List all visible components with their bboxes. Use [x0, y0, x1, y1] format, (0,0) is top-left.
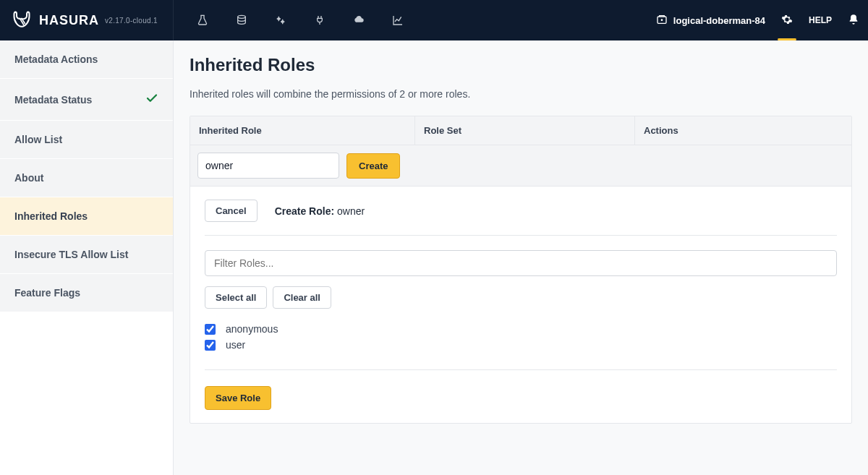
sidebar-item-label: Allow List: [14, 134, 62, 145]
flask-icon[interactable]: [195, 13, 210, 27]
sidebar-item-metadata-actions[interactable]: Metadata Actions: [0, 40, 173, 79]
sidebar-item-label: Feature Flags: [14, 287, 80, 299]
role-row: user: [205, 339, 837, 351]
select-all-button[interactable]: Select all: [205, 286, 267, 309]
sidebar-item-insecure-tls[interactable]: Insecure TLS Allow List: [0, 236, 173, 274]
save-role-button[interactable]: Save Role: [205, 386, 271, 410]
filter-roles-input[interactable]: [205, 250, 837, 276]
roles-table: Inherited Role Role Set Actions Create C…: [190, 116, 852, 424]
chart-icon[interactable]: [391, 13, 405, 27]
create-role-label: Create Role: owner: [275, 205, 365, 217]
save-row: Save Role: [205, 386, 837, 410]
sidebar-item-label: Metadata Status: [14, 94, 92, 106]
sidebar-item-about[interactable]: About: [0, 159, 173, 197]
column-actions: Actions: [634, 116, 851, 145]
column-role-set: Role Set: [414, 116, 634, 145]
create-role-prefix: Create Role:: [275, 205, 334, 217]
hasura-logo-icon: [12, 10, 32, 30]
panel-header: Cancel Create Role: owner: [205, 200, 837, 236]
role-checkbox-user[interactable]: [205, 340, 216, 351]
layout: Metadata Actions Metadata Status Allow L…: [0, 40, 868, 475]
version-label: v2.17.0-cloud.1: [105, 17, 158, 25]
cloud-icon[interactable]: [352, 13, 366, 27]
sidebar-item-label: Metadata Actions: [14, 54, 98, 65]
sidebar-item-inherited-roles[interactable]: Inherited Roles: [0, 197, 173, 236]
help-link[interactable]: HELP: [809, 15, 832, 25]
sidebar-item-metadata-status[interactable]: Metadata Status: [0, 79, 173, 121]
table-header: Inherited Role Role Set Actions: [190, 116, 851, 145]
project-name: logical-doberman-84: [673, 15, 765, 26]
bell-icon[interactable]: [848, 14, 859, 27]
page-title: Inherited Roles: [190, 55, 852, 75]
project-chip[interactable]: logical-doberman-84: [656, 14, 765, 27]
new-role-row: Create: [190, 145, 851, 187]
sidebar: Metadata Actions Metadata Status Allow L…: [0, 40, 174, 475]
project-icon: [656, 14, 668, 27]
bulk-select-row: Select all Clear all: [205, 286, 837, 309]
active-tab-indicator: [778, 38, 796, 40]
create-role-value: owner: [337, 205, 365, 217]
role-name: anonymous: [226, 323, 278, 335]
clear-all-button[interactable]: Clear all: [273, 286, 331, 309]
gear-icon: [781, 14, 793, 27]
database-icon[interactable]: [234, 13, 249, 27]
create-role-panel: Cancel Create Role: owner Select all Cle…: [190, 187, 851, 423]
top-nav: [174, 13, 405, 27]
svg-point-0: [238, 15, 246, 18]
sidebar-item-allow-list[interactable]: Allow List: [0, 121, 173, 159]
brand-area: HASURA v2.17.0-cloud.1: [9, 0, 174, 40]
gears-icon[interactable]: [273, 13, 288, 27]
brand-name: HASURA: [39, 13, 99, 28]
column-inherited-role: Inherited Role: [190, 116, 414, 145]
sidebar-item-label: Insecure TLS Allow List: [14, 249, 128, 260]
app-header: HASURA v2.17.0-cloud.1: [0, 0, 868, 40]
main-content: Inherited Roles Inherited roles will com…: [174, 40, 868, 475]
role-row: anonymous: [205, 323, 837, 335]
role-name: user: [226, 339, 245, 351]
sidebar-item-label: Inherited Roles: [14, 210, 88, 222]
sidebar-item-feature-flags[interactable]: Feature Flags: [0, 274, 173, 312]
sidebar-item-label: About: [14, 172, 43, 184]
plug-icon[interactable]: [312, 13, 327, 27]
new-role-input[interactable]: [197, 153, 339, 179]
settings-nav[interactable]: [781, 14, 793, 27]
header-right: logical-doberman-84 HELP: [656, 14, 859, 27]
cancel-button[interactable]: Cancel: [205, 200, 258, 222]
role-checkbox-anonymous[interactable]: [205, 324, 216, 335]
roles-list: anonymous user: [205, 323, 837, 370]
page-subtitle: Inherited roles will combine the permiss…: [190, 88, 852, 100]
check-icon: [145, 92, 158, 107]
svg-point-4: [661, 20, 662, 20]
create-button[interactable]: Create: [346, 153, 400, 179]
